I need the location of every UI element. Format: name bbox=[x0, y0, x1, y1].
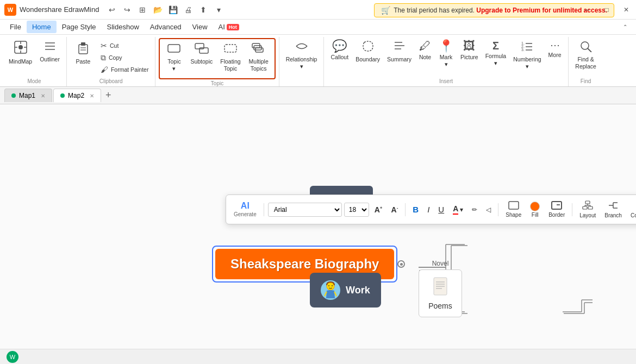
formula-label: Formula▾ bbox=[485, 53, 507, 66]
border-button[interactable]: Border bbox=[545, 199, 568, 220]
save-button[interactable]: 💾 bbox=[166, 3, 179, 16]
mark-button[interactable]: 📍 Mark▾ bbox=[435, 38, 457, 75]
print-button[interactable]: 🖨 bbox=[182, 3, 195, 16]
minimize-button[interactable]: ─ bbox=[577, 0, 597, 20]
picture-button[interactable]: 🖼 Picture bbox=[457, 38, 482, 75]
tab-map1[interactable]: Map1 ✕ bbox=[4, 89, 52, 102]
underline-button[interactable]: U bbox=[435, 203, 447, 216]
novel-node[interactable]: Poems bbox=[419, 269, 462, 317]
app-name: Wondershare EdrawMind bbox=[20, 5, 99, 14]
menu-advanced[interactable]: Advanced bbox=[145, 21, 187, 33]
topic-group-label: Topic bbox=[159, 79, 275, 86]
redo-button[interactable]: ↪ bbox=[121, 3, 134, 16]
connector-dot bbox=[397, 260, 405, 268]
topic-icon bbox=[167, 42, 181, 57]
outliner-icon bbox=[44, 40, 56, 54]
subtopic-button[interactable]: Subtopic bbox=[187, 40, 216, 77]
mindmap-label: MindMap bbox=[9, 58, 32, 65]
menu-ai[interactable]: AI Hot bbox=[213, 21, 245, 33]
font-color-button[interactable]: A ▾ bbox=[450, 202, 466, 217]
svg-point-65 bbox=[327, 283, 334, 290]
more-button[interactable]: ▾ bbox=[212, 3, 225, 16]
find-replace-icon bbox=[579, 40, 593, 54]
formula-icon: Σ bbox=[492, 40, 499, 51]
format-painter-button[interactable]: 🖌 Format Painter bbox=[97, 64, 152, 75]
highlight-button[interactable]: ✏ bbox=[469, 204, 481, 216]
erase-button[interactable]: ◁ bbox=[483, 204, 494, 216]
svg-line-30 bbox=[588, 48, 591, 52]
multiple-topics-button[interactable]: MultipleTopics bbox=[245, 40, 272, 77]
menu-file[interactable]: File bbox=[4, 21, 27, 33]
floating-topic-label: FloatingTopic bbox=[220, 58, 240, 72]
increase-font-button[interactable]: A+ bbox=[371, 203, 386, 216]
cut-button[interactable]: ✂ Cut bbox=[97, 40, 152, 51]
relationship-button[interactable]: Relationship▾ bbox=[283, 38, 321, 75]
callout-button[interactable]: 💬 Callout bbox=[327, 38, 352, 75]
decrease-font-button[interactable]: A- bbox=[388, 203, 402, 216]
close-button[interactable]: ✕ bbox=[616, 0, 636, 20]
shape-button[interactable]: Shape bbox=[502, 199, 525, 220]
connector-label: Connector bbox=[631, 212, 636, 218]
relationship-icon bbox=[294, 40, 309, 54]
font-size-select[interactable]: 18 12 14 16 20 24 bbox=[344, 203, 369, 217]
mindmap-icon bbox=[14, 40, 28, 57]
menu-home[interactable]: Home bbox=[27, 21, 57, 33]
novel-group: Novel Poems bbox=[419, 260, 462, 317]
font-color-dropdown: ▾ bbox=[460, 206, 463, 214]
ribbon-group-relationship: Relationship▾ bbox=[279, 37, 325, 86]
new-tab-button[interactable]: ⊞ bbox=[136, 3, 149, 16]
find-replace-button[interactable]: Find &Replace bbox=[572, 38, 600, 75]
bold-button[interactable]: B bbox=[409, 203, 422, 216]
add-tab-button[interactable]: + bbox=[102, 90, 115, 101]
map1-close[interactable]: ✕ bbox=[41, 93, 45, 99]
floating-toolbar: AI Generate Arial Times New Roman Calibr… bbox=[226, 194, 636, 224]
italic-button[interactable]: I bbox=[424, 203, 433, 216]
menu-page-style[interactable]: Page Style bbox=[57, 21, 102, 33]
svg-point-67 bbox=[332, 285, 333, 286]
collapse-ribbon-button[interactable]: ⌃ bbox=[619, 21, 632, 34]
share-button[interactable]: ⬆ bbox=[197, 3, 210, 16]
paste-button[interactable]: Paste bbox=[70, 38, 96, 75]
maximize-button[interactable]: □ bbox=[597, 0, 616, 20]
topic-button[interactable]: Topic▾ bbox=[162, 40, 186, 77]
tab-map2[interactable]: Map2 ✕ bbox=[53, 89, 101, 102]
branch-button[interactable]: Branch bbox=[601, 198, 625, 221]
mindmap-button[interactable]: MindMap bbox=[5, 38, 35, 75]
map2-close[interactable]: ✕ bbox=[90, 93, 94, 99]
outliner-button[interactable]: Outliner bbox=[36, 38, 63, 75]
map2-label: Map2 bbox=[68, 92, 84, 99]
font-select[interactable]: Arial Times New Roman Calibri bbox=[268, 203, 342, 217]
ribbon-group-topic: Topic▾ Subtopic bbox=[155, 37, 279, 86]
layout-icon bbox=[582, 200, 593, 212]
undo-button[interactable]: ↩ bbox=[105, 3, 119, 16]
branch-icon bbox=[608, 200, 619, 212]
highlight-icon: ✏ bbox=[472, 206, 477, 214]
connector-button[interactable]: Connector bbox=[627, 198, 636, 221]
menu-view[interactable]: View bbox=[187, 21, 213, 33]
numbering-button[interactable]: 1. 2. 3. Numbering▾ bbox=[510, 38, 544, 75]
layout-button[interactable]: Layout bbox=[576, 198, 599, 221]
svg-rect-16 bbox=[225, 45, 236, 52]
more-insert-button[interactable]: ⋯ More bbox=[545, 38, 565, 75]
copy-icon: ⧉ bbox=[101, 54, 106, 61]
menu-slideshow[interactable]: Slideshow bbox=[102, 21, 145, 33]
status-bar: W bbox=[0, 349, 636, 364]
format-painter-icon: 🖌 bbox=[101, 66, 108, 73]
fill-button[interactable]: Fill bbox=[527, 199, 543, 220]
boundary-button[interactable]: Boundary bbox=[352, 38, 383, 75]
ai-generate-button[interactable]: AI Generate bbox=[230, 199, 260, 219]
numbering-icon: 1. 2. 3. bbox=[521, 40, 533, 54]
trial-text: The trial period has expired. Upgrade to… bbox=[394, 7, 607, 14]
floating-topic-button[interactable]: FloatingTopic bbox=[217, 40, 244, 77]
open-button[interactable]: 📂 bbox=[151, 3, 164, 16]
copy-button[interactable]: ⧉ Copy bbox=[97, 52, 152, 63]
formula-button[interactable]: Σ Formula▾ bbox=[482, 38, 510, 75]
ribbon-group-clipboard: Paste ✂ Cut ⧉ Copy 🖌 Format Painter Clip… bbox=[67, 37, 155, 86]
title-bar: W Wondershare EdrawMind ↩ ↪ ⊞ 📂 💾 🖨 ⬆ ▾ … bbox=[0, 0, 636, 20]
map1-label: Map1 bbox=[19, 92, 35, 99]
work-node[interactable]: Work bbox=[310, 273, 381, 307]
decrease-font-icon: A- bbox=[391, 205, 398, 214]
note-button[interactable]: 🖊 Note bbox=[415, 38, 435, 75]
summary-button[interactable]: Summary bbox=[384, 38, 415, 75]
tab-bar: Map1 ✕ Map2 ✕ + bbox=[0, 87, 636, 104]
